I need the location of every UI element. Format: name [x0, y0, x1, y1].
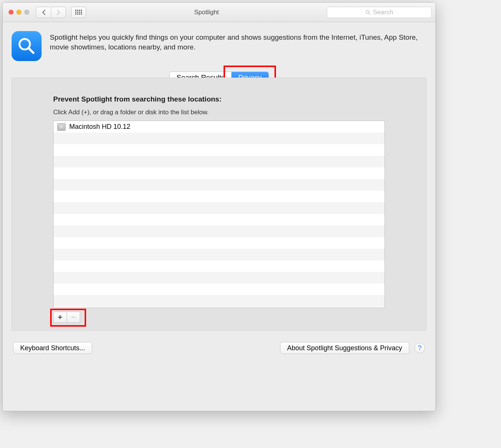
- traffic-lights: [6, 10, 33, 15]
- panel-subtitle: Click Add (+), or drag a folder or disk …: [53, 109, 385, 116]
- list-item: [54, 167, 385, 179]
- zoom-window-button: [24, 10, 29, 15]
- list-item: [54, 156, 385, 167]
- hard-drive-icon: [57, 123, 66, 131]
- list-item: [54, 144, 385, 156]
- svg-line-3: [28, 48, 33, 53]
- footer: Keyboard Shortcuts... About Spotlight Su…: [3, 335, 435, 361]
- magnifier-icon: [17, 36, 36, 56]
- chevron-left-icon: [42, 10, 46, 15]
- preferences-window: Spotlight Search Spotlight helps you qui…: [2, 2, 436, 411]
- excluded-locations-list[interactable]: Macintosh HD 10.12: [53, 121, 385, 308]
- list-item: [54, 202, 385, 214]
- list-item: [54, 191, 385, 202]
- list-item: [54, 214, 385, 225]
- svg-line-1: [369, 13, 370, 14]
- search-icon: [365, 10, 371, 15]
- privacy-panel: Prevent Spotlight from searching these l…: [12, 78, 426, 331]
- list-item: [54, 179, 385, 191]
- list-item[interactable]: Macintosh HD 10.12: [54, 121, 385, 133]
- list-item-label: Macintosh HD 10.12: [69, 123, 130, 131]
- forward-button: [51, 7, 66, 18]
- list-item: [54, 133, 385, 144]
- search-input[interactable]: Search: [327, 7, 432, 18]
- help-button[interactable]: ?: [415, 343, 425, 353]
- list-item: [54, 272, 385, 284]
- minimize-window-button[interactable]: [16, 10, 21, 15]
- window-title: Spotlight: [89, 9, 324, 16]
- chevron-right-icon: [56, 10, 61, 15]
- keyboard-shortcuts-button[interactable]: Keyboard Shortcuts...: [13, 342, 92, 354]
- close-window-button[interactable]: [9, 10, 13, 15]
- list-item: [54, 237, 385, 249]
- add-button[interactable]: +: [53, 312, 67, 323]
- list-item: [54, 249, 385, 260]
- grid-icon: [75, 10, 82, 15]
- list-item: [54, 295, 385, 307]
- about-button[interactable]: About Spotlight Suggestions & Privacy: [280, 342, 409, 354]
- panel-title: Prevent Spotlight from searching these l…: [53, 95, 385, 103]
- search-placeholder: Search: [373, 9, 393, 16]
- show-all-button[interactable]: [71, 7, 86, 18]
- list-item: [54, 225, 385, 237]
- list-item: [54, 284, 385, 295]
- titlebar: Spotlight Search: [3, 3, 435, 22]
- remove-button[interactable]: −: [67, 312, 80, 323]
- spotlight-description: Spotlight helps you quickly find things …: [50, 31, 426, 52]
- list-item: [54, 260, 385, 272]
- back-button[interactable]: [36, 7, 51, 18]
- spotlight-icon: [12, 31, 42, 61]
